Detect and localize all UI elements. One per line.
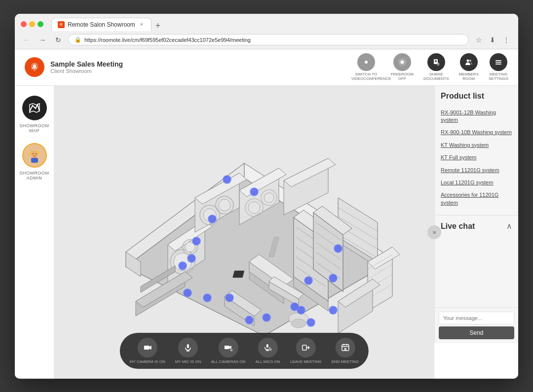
chat-messages [435, 235, 518, 307]
product-item-rx-9001[interactable]: RX-9001-12B Washing system [441, 107, 512, 127]
svg-rect-58 [232, 271, 244, 278]
meeting-settings-label: MEETINGSETTINGS [489, 72, 508, 81]
app-title: Sample Sales Meeting [50, 60, 351, 68]
close-button[interactable] [21, 21, 27, 27]
leave-meeting-icon [296, 338, 316, 357]
my-mic-label: MY MIC IS ON [175, 359, 201, 364]
active-tab[interactable]: R Remote Salon Showroom × [51, 18, 152, 31]
svg-point-62 [174, 253, 191, 271]
more-menu-icon[interactable]: ⋮ [500, 34, 512, 46]
svg-point-19 [33, 153, 34, 154]
chat-collapse-button[interactable]: ∧ [506, 221, 512, 231]
freeroom-off-button[interactable]: FREEROOMOFF [391, 53, 414, 81]
product-list-title: Product list [441, 92, 512, 101]
svg-rect-88 [144, 346, 150, 350]
showroom-map-item[interactable]: SHOWROOM MAP [20, 96, 49, 133]
leave-meeting-button[interactable]: LEAVE MEETING [290, 338, 322, 364]
svg-rect-10 [495, 60, 501, 61]
switch-videoconference-label: SWITCH TOVIDEOCONFERENCE [351, 72, 381, 81]
svg-point-20 [36, 153, 37, 154]
svg-point-85 [291, 319, 306, 328]
product-item-accessories-11201g[interactable]: Accessories for 11201G system [441, 189, 512, 209]
tab-close-button[interactable]: × [138, 21, 145, 28]
bookmark-icon[interactable]: ☆ [473, 34, 485, 46]
svg-rect-93 [224, 346, 229, 349]
switch-videoconference-button[interactable]: SWITCH TOVIDEOCONFERENCE [351, 53, 381, 81]
product-item-remote-11201g[interactable]: Remote 11201G system [441, 164, 512, 177]
svg-rect-96 [266, 344, 268, 348]
browser-window: R Remote Salon Showroom × + ← → ↻ 🔒 http… [15, 14, 518, 379]
app-content: Sample Sales Meeting Client Showroom SWI… [15, 49, 518, 379]
svg-rect-12 [495, 64, 501, 65]
svg-rect-100 [303, 345, 306, 350]
browser-chrome: R Remote Salon Showroom × + ← → ↻ 🔒 http… [15, 14, 518, 49]
svg-marker-89 [150, 346, 152, 350]
svg-point-9 [469, 60, 471, 62]
back-button[interactable]: ← [21, 34, 33, 46]
svg-point-64 [185, 242, 195, 252]
app-logo [25, 57, 44, 77]
svg-point-8 [466, 59, 469, 62]
sidebar-left: SHOWROOM MAP [15, 86, 54, 379]
svg-point-76 [264, 193, 274, 203]
address-bar[interactable]: 🔒 https://roomote.live/cm/f69f595ef02cec… [68, 34, 469, 45]
all-mics-icon [258, 338, 278, 357]
svg-point-0 [33, 65, 36, 68]
share-documents-label: SHAREDOCUMENTS [423, 72, 449, 81]
freeroom-label: FREEROOMOFF [391, 72, 414, 81]
showroom-canvas[interactable]: MY CAMERA IS ON MY MIC IS ON [54, 86, 434, 379]
svg-point-2 [365, 61, 368, 64]
svg-point-95 [229, 349, 232, 352]
product-item-kt-washing[interactable]: KT Washing system [441, 139, 512, 151]
chat-send-button[interactable]: Send [439, 326, 514, 339]
end-meeting-button[interactable]: END MEETING [332, 338, 359, 364]
product-item-kt-full[interactable]: KT Full system [441, 151, 512, 164]
chat-message-input[interactable] [439, 312, 514, 324]
end-meeting-label: END MEETING [332, 359, 359, 364]
my-mic-button[interactable]: MY MIC IS ON [175, 338, 201, 364]
panel-collapse-button[interactable]: » [427, 225, 441, 239]
meeting-settings-button[interactable]: MEETINGSETTINGS [489, 53, 508, 81]
forward-button[interactable]: → [37, 34, 48, 46]
browser-titlebar: R Remote Salon Showroom × + [15, 14, 518, 31]
product-item-rx-900[interactable]: RX-900-10B Washing system [441, 126, 512, 139]
all-cameras-button[interactable]: ALL CAMERAS ON [211, 338, 245, 364]
nav-actions: ☆ ⬇ ⋮ [473, 34, 512, 46]
members-room-label: MEMBERSROOM [459, 72, 479, 81]
traffic-lights [21, 21, 43, 27]
svg-rect-6 [435, 60, 437, 61]
new-tab-button[interactable]: + [152, 21, 165, 30]
all-mics-button[interactable]: ALL MICS ON [255, 338, 280, 364]
mic-icon [178, 338, 198, 357]
app-subtitle: Client Showroom [50, 68, 351, 74]
chat-input-area: Send [435, 307, 518, 343]
showroom-map-label: SHOWROOM MAP [20, 123, 49, 133]
end-meeting-icon [335, 338, 355, 357]
product-item-local-11201g[interactable]: Local 11201G system [441, 177, 512, 189]
main-area: SHOWROOM MAP [15, 86, 518, 379]
tab-bar: R Remote Salon Showroom × + [51, 18, 512, 31]
svg-rect-18 [31, 158, 38, 163]
svg-rect-11 [495, 62, 501, 63]
live-chat-section: Live chat ∧ Send [435, 215, 518, 343]
bottom-toolbar: MY CAMERA IS ON MY MIC IS ON [120, 333, 369, 369]
svg-rect-7 [435, 61, 437, 62]
leave-meeting-label: LEAVE MEETING [290, 359, 322, 364]
svg-point-17 [31, 151, 38, 158]
share-documents-button[interactable]: SHAREDOCUMENTS [423, 53, 449, 81]
admin-item[interactable]: SHOWROOM ADMIN [20, 143, 49, 180]
tab-favicon: R [58, 21, 65, 28]
freeroom-icon [393, 53, 411, 71]
maximize-button[interactable] [38, 21, 43, 27]
meeting-settings-icon [490, 53, 507, 71]
download-icon[interactable]: ⬇ [487, 34, 498, 46]
minimize-button[interactable] [29, 21, 35, 27]
members-room-button[interactable]: MEMBERSROOM [459, 53, 479, 81]
right-panel: Product list RX-9001-12B Washing systemR… [434, 86, 518, 344]
svg-rect-101 [342, 345, 348, 351]
reload-button[interactable]: ↻ [52, 34, 64, 46]
showroom-map-icon [22, 96, 47, 120]
header-actions: SWITCH TOVIDEOCONFERENCE FREEROOMOFF [351, 53, 508, 81]
product-list-items: RX-9001-12B Washing systemRX-900-10B Was… [441, 107, 512, 210]
my-camera-button[interactable]: MY CAMERA IS ON [130, 338, 165, 364]
